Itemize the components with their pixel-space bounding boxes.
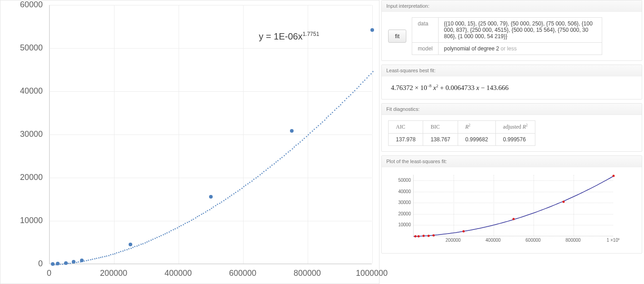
data-point (56, 262, 60, 265)
mini-data-point (563, 201, 565, 203)
main-scatter-chart: y = 1E-06x1.7751 01000020000300004000050… (0, 0, 379, 284)
data-point (370, 28, 374, 32)
results-panel: Input interpretation: fit data {{10 000,… (379, 0, 644, 284)
mini-data-point (613, 174, 615, 177)
mini-data-point (513, 218, 515, 220)
data-key: data (412, 18, 439, 43)
mini-data-point (433, 234, 435, 236)
input-interpretation-section: Input interpretation: fit data {{10 000,… (381, 0, 642, 61)
model-value: polynomial of degree 2 or less (438, 43, 602, 55)
section-header: Input interpretation: (382, 0, 642, 12)
section-header: Plot of the least-squares fit: (382, 156, 642, 167)
diagnostics-table: AICBICR2adjusted R2 137.978138.7670.9996… (388, 120, 535, 146)
best-fit-section: Least-squares best fit: 4.76372 × 10−8 x… (381, 65, 642, 100)
data-value: {{10 000, 15}, {25 000, 79}, {50 000, 25… (438, 18, 602, 43)
best-fit-formula: 4.76372 × 10−8 x2 + 0.0064733 x − 143.66… (388, 82, 635, 94)
mini-plot-area (413, 175, 613, 236)
mini-data-point (414, 235, 417, 237)
mini-data-point (463, 230, 465, 232)
section-header: Least-squares best fit: (382, 65, 642, 76)
plot-area (49, 5, 372, 264)
mini-plot: 1000020000300004000050000200000400000600… (388, 173, 624, 248)
mini-data-point (428, 234, 430, 237)
section-header: Fit diagnostics: (382, 104, 642, 115)
fit-button[interactable]: fit (388, 30, 406, 43)
model-key: model (412, 43, 439, 55)
data-point (51, 262, 55, 266)
mini-plot-section: Plot of the least-squares fit: 100002000… (381, 155, 642, 254)
data-point (80, 259, 84, 262)
data-point (72, 260, 75, 264)
input-table: data {{10 000, 15}, {25 000, 79}, {50 00… (412, 17, 602, 55)
data-point (209, 195, 213, 199)
mini-data-point (418, 235, 420, 237)
data-point (129, 243, 132, 246)
mini-data-point (423, 235, 425, 237)
data-point (290, 129, 294, 133)
data-point (64, 261, 68, 265)
trendline-equation: y = 1E-06x1.7751 (259, 31, 320, 42)
diagnostics-section: Fit diagnostics: AICBICR2adjusted R2 137… (381, 103, 642, 152)
